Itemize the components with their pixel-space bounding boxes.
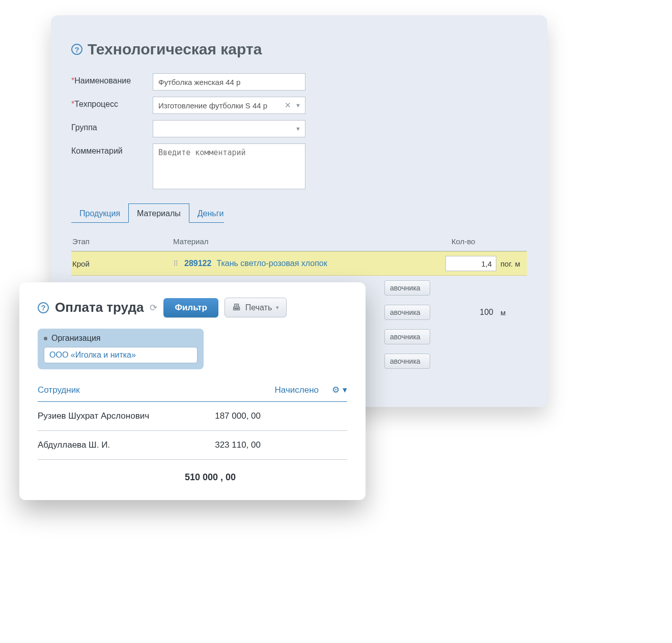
help-icon[interactable]: ? <box>38 302 49 313</box>
tab-money[interactable]: Деньги <box>189 204 232 222</box>
comment-textarea[interactable] <box>153 143 305 189</box>
print-label: Печать <box>245 303 272 312</box>
directory-button[interactable]: авочника <box>384 329 430 344</box>
filter-button[interactable]: Фильтр <box>163 298 218 317</box>
col-accrued[interactable]: Начислено <box>275 385 319 395</box>
clear-icon[interactable]: ✕ <box>285 101 291 110</box>
employee-amount: 187 000, 00 <box>215 411 347 421</box>
employee-amount: 323 110, 00 <box>215 440 347 450</box>
col-stage[interactable]: Этап <box>71 237 173 246</box>
material-name[interactable]: Ткань светло-розовая хлопок <box>216 259 327 268</box>
table-row[interactable]: Крой ⠿ 289122 Ткань светло-розовая хлопо… <box>71 251 527 276</box>
table-row[interactable]: Рузиев Шухрат Арслонович 187 000, 00 <box>38 402 347 431</box>
name-label: *Наименование <box>71 73 153 85</box>
group-label: Группа <box>71 120 153 132</box>
wages-title: Оплата труда <box>55 300 144 315</box>
tabs: Продукция Материалы Деньги <box>71 203 224 223</box>
help-icon[interactable]: ? <box>71 44 82 55</box>
row-stage: Крой <box>71 259 173 268</box>
directory-button[interactable]: авочника <box>384 280 430 296</box>
gear-icon: ⚙ <box>332 385 340 395</box>
wages-total-row: 510 000 , 00 <box>38 459 347 483</box>
qty-value: 100 <box>430 308 496 317</box>
table-row[interactable]: Абдуллаева Ш. И. 323 110, 00 <box>38 431 347 459</box>
group-select[interactable]: ▼ <box>153 120 305 137</box>
col-material[interactable]: Материал <box>173 237 430 246</box>
employee-name: Рузиев Шухрат Арслонович <box>38 411 149 421</box>
chevron-down-icon[interactable]: ▼ <box>295 126 301 132</box>
col-employee[interactable]: Сотрудник <box>38 385 80 395</box>
process-label: *Техпроцесс <box>71 97 153 109</box>
directory-button[interactable]: авочника <box>384 305 430 320</box>
process-select[interactable]: Изготовление футболки S 44 р ✕ ▼ <box>153 97 305 114</box>
directory-button[interactable]: авочника <box>384 354 430 369</box>
unit-label: пог. м <box>496 259 527 268</box>
process-value: Изготовление футболки S 44 р <box>158 101 267 110</box>
print-icon: 🖶 <box>232 302 241 313</box>
wages-table: Сотрудник Начислено ⚙ ▾ Рузиев Шухрат Ар… <box>38 385 347 483</box>
drag-handle-icon[interactable]: ⠿ <box>173 262 179 266</box>
comment-label: Комментарий <box>71 143 153 156</box>
chevron-down-icon[interactable]: ▼ <box>295 102 301 108</box>
tech-card-title: Технологическая карта <box>88 41 262 58</box>
wages-panel: ? Оплата труда ⟳ Фильтр 🖶 Печать ▾ Орган… <box>19 282 366 500</box>
org-filter-label: Организация <box>51 334 101 343</box>
name-input[interactable] <box>153 73 305 91</box>
employee-name: Абдуллаева Ш. И. <box>38 440 110 450</box>
tab-materials[interactable]: Материалы <box>128 203 189 223</box>
chevron-down-icon: ▾ <box>343 385 347 395</box>
unit-label: м <box>496 308 527 317</box>
org-filter-chip[interactable]: Организация ООО «Иголка и нитка» <box>38 329 204 369</box>
col-qty[interactable]: Кол-во <box>430 237 496 246</box>
qty-input[interactable] <box>445 256 496 271</box>
wages-total: 510 000 , 00 <box>185 472 236 483</box>
org-filter-value[interactable]: ООО «Иголка и нитка» <box>44 347 198 363</box>
tab-products[interactable]: Продукция <box>71 204 128 222</box>
refresh-icon[interactable]: ⟳ <box>150 302 157 313</box>
print-button[interactable]: 🖶 Печать ▾ <box>225 298 287 317</box>
dot-icon <box>44 337 47 340</box>
settings-button[interactable]: ⚙ ▾ <box>332 385 347 395</box>
material-code[interactable]: 289122 <box>184 259 211 268</box>
chevron-down-icon: ▾ <box>276 304 279 311</box>
